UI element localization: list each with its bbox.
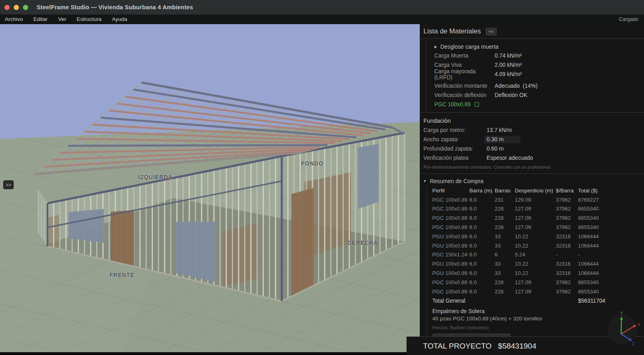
checkbox-icon[interactable] <box>475 102 479 107</box>
project-total-label: TOTAL PROYECTO <box>423 342 491 351</box>
footing-width-field[interactable]: 0.30 m <box>484 136 520 143</box>
menu-editar[interactable]: Editar <box>28 14 53 24</box>
table-row: PGU 100x0.896.03310.22323161066444 <box>432 232 644 241</box>
table-row: PGC 100x0.896.0228127.09379628655340 <box>432 278 644 287</box>
dead-load-value: 0.74 kN/m² <box>495 53 522 59</box>
deflection-check-row: Verificación deflexión Deflexión OK <box>434 91 644 100</box>
table-header-row: PerfilBarra (m)BarrasDesperdicio (m)$/Ba… <box>432 186 644 195</box>
foundation-title: Fundación <box>423 116 644 126</box>
label-derecha: DERECHA <box>347 239 378 246</box>
dead-load-row: Carga Muerta 0.74 kN/m² <box>434 51 644 60</box>
foundation-section: Fundación Carga por metro: 13.7 kN/m Anc… <box>420 113 644 173</box>
z-axis-label: Z <box>632 342 634 346</box>
footing-depth-row: Profundidad zapata: 0.60 m <box>423 144 644 153</box>
profile-check-label: PGC 100x0.89 <box>434 101 471 107</box>
viewport-3d[interactable]: FONDO IZQUIERDA DERECHA FRENTE >> <box>0 24 420 355</box>
profile-check-row[interactable]: PGC 100x0.89 <box>434 100 644 109</box>
title-bar: SteelFrame Studio — Vivienda Suburbana 4… <box>0 0 644 15</box>
footing-depth-label: Profundidad zapata: <box>423 146 487 152</box>
menu-ayuda[interactable]: Ayuda <box>107 14 132 24</box>
dead-load-label: Carga Muerta <box>434 53 495 59</box>
deflection-check-status: Deflexión OK <box>495 92 527 98</box>
panel-expand-button[interactable]: >> <box>3 180 14 189</box>
load-per-meter-label: Carga por metro: <box>423 127 487 133</box>
viewport-3d-canvas[interactable] <box>0 24 420 355</box>
deflection-check-label: Verificación deflexión <box>434 92 495 98</box>
menu-estructura[interactable]: Estructura <box>72 14 107 24</box>
y-axis-icon[interactable] <box>621 319 621 334</box>
slab-check-label: Verificación platea <box>423 155 487 161</box>
slab-check-row: Verificación platea Espesor adecuado <box>423 153 644 163</box>
table-row: PGU 100x0.896.03310.22323161066444 <box>432 259 644 268</box>
label-frente: FRENTE <box>109 272 134 278</box>
panel-collapse-button[interactable]: << <box>486 28 497 35</box>
project-total-value: $58431904 <box>498 342 536 351</box>
menu-bar: Archivo Editar Ver Estructura Ayuda Carg… <box>0 14 644 24</box>
table-row: PGC 100x0.896.0228127.09379628655340 <box>432 287 644 296</box>
dead-load-breakdown-toggle[interactable]: ▶ Desglose carga muerta <box>434 42 644 51</box>
materials-panel: Lista de Materiales << ▶ Desglose carga … <box>420 24 644 355</box>
panel-header: Lista de Materiales << <box>420 24 644 39</box>
table-row: PGU 100x0.896.03310.22323161066444 <box>432 241 644 250</box>
live-load-value: 2.00 kN/m² <box>495 62 522 68</box>
close-window-icon[interactable] <box>4 5 10 10</box>
live-load-label: Carga Viva <box>434 62 495 68</box>
menu-archivo[interactable]: Archivo <box>0 14 28 24</box>
purchase-title: Resumen de Compra <box>430 178 483 184</box>
factored-load-label: Carga mayorada (LRFD) <box>434 68 495 80</box>
window-title: SteelFrame Studio — Vivienda Suburbana 4… <box>37 4 193 10</box>
stud-check-label: Verificación montante <box>434 83 495 89</box>
chevron-down-icon: ▼ <box>423 179 427 183</box>
x-axis-label: X <box>638 322 640 327</box>
menu-ver[interactable]: Ver <box>53 14 71 24</box>
axis-gizmo[interactable]: X Y Z <box>602 309 642 349</box>
table-row: PGU 100x0.896.03310.22323161066444 <box>432 268 644 278</box>
viewport-bottom-strip <box>0 352 420 355</box>
slab-check-status: Espesor adecuado <box>487 155 533 161</box>
y-axis-label: Y <box>620 311 623 316</box>
label-fondo: FONDO <box>301 160 324 167</box>
table-row: PGC 100x0.896.0228127.09379628655340 <box>432 223 644 232</box>
table-row: PGC 100x0.896.0231129.09379628769227 <box>432 195 644 204</box>
factored-load-value: 4.09 kN/m² <box>495 71 522 77</box>
app-window: SteelFrame Studio — Vivienda Suburbana 4… <box>0 0 644 355</box>
breakdown-label: Desglose carga muerta <box>440 43 499 50</box>
loads-section: ▶ Desglose carga muerta Carga Muerta 0.7… <box>426 41 644 111</box>
label-izquierda: IZQUIERDA <box>138 174 173 180</box>
load-per-meter-row: Carga por metro: 13.7 kN/m <box>423 126 644 135</box>
window-controls <box>4 5 28 10</box>
footing-width-label: Ancho zapata: <box>423 136 487 142</box>
status-loaded: Cargado <box>619 17 638 22</box>
table-row: PGC 150x1.246.065.24-- <box>432 250 644 260</box>
purchase-summary-toggle[interactable]: ▼ Resumen de Compra <box>420 176 644 186</box>
table-row: PGC 100x0.896.0228127.09379628655340 <box>432 213 644 223</box>
load-per-meter-value: 13.7 kN/m <box>487 127 512 133</box>
footing-depth-value: 0.60 m <box>487 146 504 152</box>
table-row: PGC 100x0.896.0228127.09379628655340 <box>432 204 644 214</box>
stud-check-row: Verificación montante Adecuado (14%) <box>434 81 644 91</box>
factored-load-row: Carga mayorada (LRFD) 4.09 kN/m² <box>434 70 644 79</box>
stud-check-status: Adecuado (14%) <box>495 83 538 89</box>
purchase-table: PerfilBarra (m)BarrasDesperdicio (m)$/Ba… <box>432 186 644 306</box>
table-row: Total General$56311704 <box>432 296 644 306</box>
maximize-window-icon[interactable] <box>23 5 28 10</box>
chevron-right-icon: ▶ <box>434 45 437 49</box>
disclaimer-note: Pre-dimensionamiento orientativo. Consul… <box>423 165 644 169</box>
panel-title: Lista de Materiales <box>423 27 481 35</box>
footing-width-row: Ancho zapata: 0.30 m <box>423 135 644 144</box>
minimize-window-icon[interactable] <box>14 5 19 10</box>
